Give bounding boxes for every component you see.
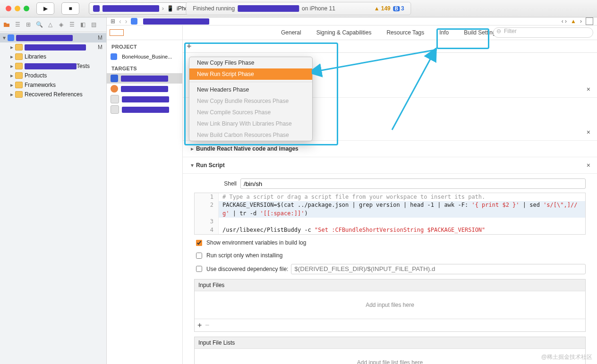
device-icon: 📱 bbox=[167, 5, 174, 12]
redacted-scheme-name bbox=[102, 5, 159, 12]
disclosure-triangle-icon[interactable]: ▾ bbox=[2, 34, 7, 41]
nav-right-icon[interactable]: › bbox=[580, 18, 582, 25]
group-node[interactable]: ▸ Frameworks bbox=[0, 80, 106, 90]
group-node[interactable]: ▸ Libraries bbox=[0, 52, 106, 61]
target-item[interactable] bbox=[107, 94, 182, 104]
issues-badge[interactable]: B 3 bbox=[393, 5, 404, 12]
tab-resource-tags[interactable]: Resource Tags bbox=[386, 29, 424, 36]
menu-item-run-script[interactable]: New Run Script Phase bbox=[189, 68, 312, 80]
run-script-details: Shell 1# Type a script or drag a script … bbox=[183, 174, 597, 364]
redacted-status-name bbox=[238, 5, 299, 12]
folder-icon bbox=[15, 72, 23, 79]
disclosure-triangle-icon[interactable]: ▸ bbox=[9, 44, 14, 51]
phase-toolbar: + bbox=[183, 40, 597, 53]
redacted-target-name bbox=[121, 76, 168, 82]
tab-signing[interactable]: Signing & Capabilities bbox=[316, 29, 372, 36]
show-editor-only-icon[interactable] bbox=[110, 29, 124, 36]
redacted-folder-name bbox=[25, 63, 77, 69]
disclosure-triangle-icon[interactable]: ▾ bbox=[189, 162, 195, 169]
menu-item-carbon: New Build Carbon Resources Phase bbox=[189, 129, 312, 141]
folder-icon bbox=[15, 91, 23, 98]
shell-label: Shell bbox=[194, 180, 237, 187]
stop-icon: ■ bbox=[68, 5, 72, 12]
adjust-editor-button[interactable] bbox=[586, 17, 593, 25]
watermark: @稀土掘金技术社区 bbox=[541, 353, 592, 361]
script-editor[interactable]: 1# Type a script or drag a script file f… bbox=[194, 193, 586, 235]
symbol-navigator-tab[interactable]: ⊞ bbox=[25, 21, 32, 28]
remove-phase-button[interactable]: × bbox=[587, 161, 590, 169]
redacted-target-name bbox=[121, 86, 168, 92]
shell-input[interactable] bbox=[240, 178, 586, 189]
phase-run-script[interactable]: ▾ Run Script × bbox=[183, 157, 597, 174]
group-node[interactable]: ▸ M bbox=[0, 42, 106, 52]
target-item[interactable] bbox=[107, 84, 182, 94]
close-window-button[interactable] bbox=[6, 6, 11, 11]
tests-target-icon bbox=[111, 105, 119, 114]
issue-navigator-tab[interactable]: △ bbox=[46, 21, 54, 28]
disclosure-triangle-icon[interactable]: ▸ bbox=[189, 145, 195, 152]
remove-phase-button[interactable]: × bbox=[587, 128, 590, 136]
disclosure-triangle-icon[interactable]: ▸ bbox=[9, 82, 14, 88]
only-installing-label: Run script only when installing bbox=[206, 252, 282, 259]
redacted-target-name bbox=[122, 96, 169, 102]
tab-info[interactable]: Info bbox=[439, 29, 449, 36]
status-text-suffix: on iPhone 11 bbox=[302, 5, 335, 12]
disclosure-triangle-icon[interactable]: ▸ bbox=[9, 63, 14, 69]
report-navigator-tab[interactable]: ▤ bbox=[90, 21, 97, 28]
menu-item-headers[interactable]: New Headers Phase bbox=[189, 84, 312, 95]
folder-icon bbox=[15, 53, 23, 60]
project-navigator-tab[interactable] bbox=[3, 21, 10, 28]
warning-icon[interactable]: ▲ bbox=[571, 18, 576, 25]
tab-general[interactable]: General bbox=[281, 29, 301, 36]
only-installing-checkbox[interactable] bbox=[196, 253, 202, 259]
group-node[interactable]: ▸ Recovered References bbox=[0, 90, 106, 99]
target-editor-tabs: General Signing & Capabilities Resource … bbox=[183, 25, 597, 40]
code-review-icon[interactable]: ‹ › bbox=[562, 18, 567, 25]
folder-label-suffix: Tests bbox=[77, 63, 90, 69]
add-input-file-button[interactable]: + bbox=[197, 321, 202, 329]
show-env-label: Show environment variables in build log bbox=[206, 239, 306, 246]
target-item[interactable] bbox=[107, 104, 182, 115]
discovered-dep-checkbox[interactable] bbox=[196, 266, 202, 272]
stop-button[interactable]: ■ bbox=[61, 2, 79, 15]
phase-row[interactable]: ▸ Bundle React Native code and images bbox=[183, 141, 597, 157]
remove-input-file-button[interactable]: − bbox=[205, 321, 209, 329]
traffic-lights bbox=[6, 6, 29, 11]
filter-field[interactable]: ⊖ Filter bbox=[493, 27, 593, 38]
discovered-dep-field[interactable] bbox=[291, 264, 586, 274]
show-env-checkbox[interactable] bbox=[196, 240, 202, 246]
menu-item-copy-files[interactable]: New Copy Files Phase bbox=[189, 57, 312, 68]
source-control-navigator-tab[interactable]: ☰ bbox=[14, 21, 21, 28]
target-item[interactable] bbox=[107, 73, 182, 84]
test-navigator-tab[interactable]: ◈ bbox=[57, 21, 65, 28]
disclosure-triangle-icon[interactable]: ▸ bbox=[9, 91, 14, 98]
remove-phase-button[interactable]: × bbox=[587, 85, 590, 93]
redacted-project-name bbox=[16, 35, 73, 41]
warnings-badge[interactable]: ▲ 149 bbox=[374, 5, 391, 12]
project-root-node[interactable]: ▾ M bbox=[0, 33, 106, 42]
project-item[interactable]: BoneHouse_Busine... bbox=[107, 51, 182, 62]
find-navigator-tab[interactable]: 🔍 bbox=[35, 21, 43, 28]
folder-label: Recovered References bbox=[25, 91, 104, 98]
debug-navigator-tab[interactable]: ☰ bbox=[68, 21, 76, 28]
group-node[interactable]: ▸ Tests bbox=[0, 61, 106, 71]
add-phase-button[interactable]: + bbox=[187, 42, 192, 51]
navigator-sidebar: ☰ ⊞ 🔍 △ ◈ ☰ ◧ ▤ ▾ M ▸ bbox=[0, 17, 107, 364]
targets-section-header: TARGETS bbox=[107, 62, 182, 73]
activity-view[interactable]: Finished running on iPhone 11 ▲ 149 B 3 bbox=[186, 2, 411, 15]
folder-icon bbox=[15, 82, 23, 88]
back-button[interactable]: ‹ bbox=[119, 17, 121, 25]
run-button[interactable]: ▶ bbox=[36, 2, 54, 15]
input-files-footer: + − bbox=[195, 319, 585, 331]
related-items-icon[interactable]: ⊞ bbox=[111, 18, 115, 25]
disclosure-triangle-icon[interactable]: ▸ bbox=[9, 72, 14, 79]
folder-icon bbox=[15, 63, 23, 69]
discovered-dep-row: Use discovered dependency file: bbox=[194, 264, 586, 274]
group-node[interactable]: ▸ Products bbox=[0, 71, 106, 80]
zoom-window-button[interactable] bbox=[24, 6, 29, 11]
disclosure-triangle-icon[interactable]: ▸ bbox=[9, 53, 14, 60]
play-icon: ▶ bbox=[43, 5, 48, 12]
breakpoint-navigator-tab[interactable]: ◧ bbox=[79, 21, 86, 28]
forward-button[interactable]: › bbox=[125, 17, 128, 25]
minimize-window-button[interactable] bbox=[15, 6, 20, 11]
